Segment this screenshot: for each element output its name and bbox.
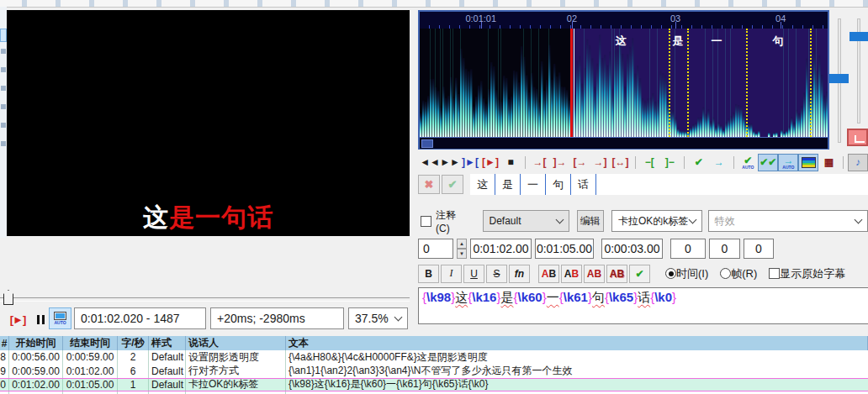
underline-button[interactable]: U [463,265,484,283]
shift-end-left-button[interactable]: [→ [570,154,590,171]
grid-header-cell[interactable]: 开始时间 [9,336,63,350]
grid-header-cell[interactable]: # [0,336,9,350]
video-relative-time-field[interactable]: +20ms; -2980ms [210,307,344,329]
stop-button[interactable]: ■ [500,154,521,171]
karaoke-cancel-button[interactable]: ✖ [418,175,440,194]
secondary-color-button[interactable]: AB [561,265,582,283]
play-after-button[interactable]: ►► [440,154,460,171]
grid-header-cell[interactable]: 字/秒 [118,336,149,350]
auto-scroll-button[interactable]: →AUTO [778,154,798,171]
grid-cell[interactable]: Default [149,350,186,364]
subtitle-text-edit[interactable]: {\k98}这{\k16}是{\k60}一{\k61}句{\k65}话{\k0} [418,287,868,324]
audio-timeline[interactable]: 0:01:01020304 [420,12,828,29]
grid-cell[interactable]: 0:01:05.00 [63,379,118,391]
style-dropdown[interactable]: Default [483,210,569,232]
grid-header-cell[interactable]: 文本 [286,336,868,350]
selected-tool-highlight[interactable] [0,29,7,42]
karaoke-syllable[interactable]: 句 [546,174,571,195]
grid-cell[interactable]: {\k98}这{\k16}是{\k60}一{\k61}句{\k65}话{\k0} [286,379,868,391]
karaoke-syllable[interactable]: 是 [495,174,521,195]
grid-cell[interactable]: {\an1}1{\an2}2{\an3}3{\an4}\N不管写了多少永远只有第… [286,364,868,377]
video-play-line-button[interactable]: [►] [7,309,29,330]
edit-style-button[interactable]: 编辑 [577,210,604,232]
margin-right-field[interactable]: 0 [709,239,740,259]
italic-button[interactable]: I [441,265,462,283]
video-seek-slider[interactable] [0,297,410,302]
audio-spectrogram-panel[interactable]: 0:01:01020304 这是一句 [418,10,829,150]
karaoke-syllable[interactable]: 这 [470,174,495,195]
grid-cell[interactable]: 1 [118,379,149,391]
main-toolbar-strip[interactable] [0,0,868,8]
subtitle-grid-row[interactable]: 80:00:56.000:00:59.002Default设置阴影透明度{\4a… [0,350,868,364]
grid-cell[interactable]: {\4a&H80&}{\4c&H0000FF&}这是阴影透明度 [286,350,868,364]
play-before-button[interactable]: ◄◄ [420,154,440,171]
audio-volume-thumb[interactable] [849,32,868,41]
duration-field[interactable]: 0:00:03.00 [601,239,663,259]
video-tool-icons[interactable] [1,49,6,150]
audio-vertical-zoom-thumb[interactable] [829,74,849,83]
shadow-color-button[interactable]: AB [606,265,627,283]
vertical-zoom-link-button[interactable]: ▦ [818,154,839,171]
grid-cell[interactable]: 0:00:59.00 [63,350,118,364]
subtitle-grid-row[interactable]: 00:01:02.000:01:05.001Default卡拉OK的k标签{\k… [0,378,868,391]
grid-header-cell[interactable]: 说话人 [186,336,286,350]
grid-cell[interactable]: 0:01:02.00 [63,364,118,377]
commit-button[interactable]: ✔ [689,154,709,171]
outline-color-button[interactable]: AB [584,265,605,283]
karaoke-mode-button[interactable]: ♪ [848,154,868,171]
karaoke-divider-line[interactable] [669,29,670,137]
video-zoom-dropdown[interactable]: 37.5% [348,307,408,329]
frame-mode-radio[interactable] [720,268,731,279]
margin-vertical-field[interactable]: 0 [744,239,774,259]
go-to-selection-button[interactable]: → [709,154,729,171]
grid-cell[interactable]: 6 [118,364,149,377]
grid-cell[interactable]: Default [149,379,186,391]
shift-start-left-button[interactable]: →[ [530,154,550,171]
lead-out-button[interactable]: ]− [659,154,680,171]
grid-cell[interactable]: 0:00:56.00 [9,350,63,364]
spin-down-icon[interactable]: ▼ [457,249,467,259]
lead-in-button[interactable]: −[ [639,154,659,171]
grid-header-row[interactable]: #开始时间结束时间字/秒样式说话人文本 [0,336,868,350]
show-original-checkbox[interactable] [769,268,780,279]
actor-dropdown[interactable]: 卡拉OK的k标签 [611,210,702,232]
snap-markers-button[interactable]: [↔] [611,154,631,171]
layer-field[interactable]: 0 [418,239,453,259]
grid-cell[interactable]: 卡拉OK的k标签 [186,379,286,391]
time-mode-radio[interactable] [665,268,676,279]
start-time-field[interactable]: 0:01:02.00 [470,239,532,259]
karaoke-divider-line[interactable] [687,29,689,137]
audio-spectrum[interactable]: 这是一句 [420,29,828,137]
audio-scrollbar[interactable] [420,137,828,149]
video-display[interactable]: 这是一句话 [7,10,410,236]
karaoke-divider-line[interactable] [746,29,748,137]
margin-left-field[interactable]: 0 [670,239,706,259]
bold-button[interactable]: B [418,265,439,283]
karaoke-divider-line[interactable] [810,29,812,137]
volume-link-button[interactable] [847,129,868,146]
selection-start-marker[interactable] [570,29,573,137]
grid-cell[interactable]: 行对齐方式 [186,364,286,377]
karaoke-syllable[interactable]: 话 [571,174,596,195]
spectrum-display-button[interactable] [798,154,818,171]
spin-up-icon[interactable]: ▲ [457,239,467,249]
play-selection-button[interactable]: ]►[ [460,154,480,171]
shift-start-right-button[interactable]: ]→ [550,154,570,171]
grid-cell[interactable]: 0:01:02.00 [9,379,63,391]
strikeout-button[interactable]: S [486,265,507,283]
grid-cell[interactable]: 2 [118,350,149,364]
commit-edit-button[interactable]: ✔ [629,265,650,283]
grid-cell[interactable]: 0 [0,379,9,391]
video-tools-strip[interactable] [0,7,7,238]
grid-header-cell[interactable]: 结束时间 [63,336,118,350]
shift-end-right-button[interactable]: →] [590,154,611,171]
auto-next-line-button[interactable]: ✔✔ [758,154,778,171]
end-time-field[interactable]: 0:01:05.00 [535,239,594,259]
grid-cell[interactable]: Default [149,364,186,377]
grid-cell[interactable]: 0:00:59.00 [9,364,63,377]
grid-cell[interactable]: 9 [0,364,9,377]
video-seek-thumb[interactable] [3,290,13,305]
grid-header-cell[interactable]: 样式 [149,336,186,350]
auto-commit-button[interactable]: ✔AUTO [738,154,758,171]
comment-checkbox[interactable] [421,216,431,227]
